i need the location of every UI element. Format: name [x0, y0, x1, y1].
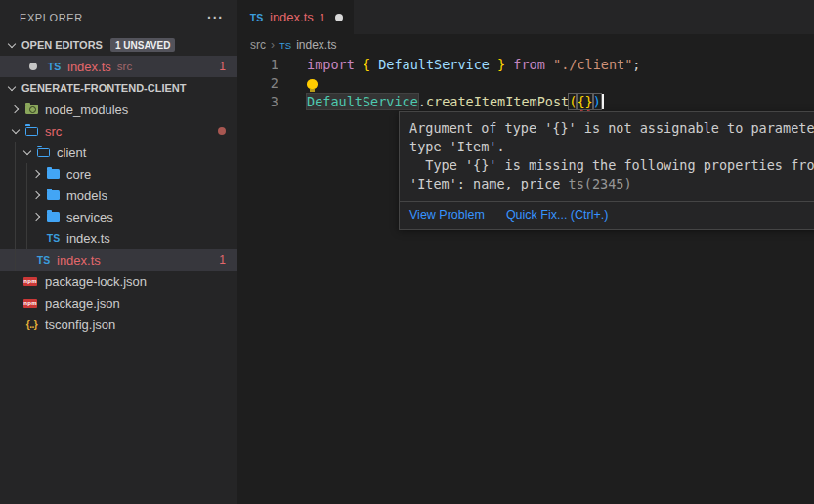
- token-paren-close: ): [593, 94, 601, 109]
- editor-tab-bar: TS index.ts 1: [237, 0, 814, 34]
- typescript-file-icon: TS: [46, 59, 63, 74]
- token-method-call: createItemItemPost: [426, 94, 569, 109]
- explorer-title: EXPLORER: [20, 12, 83, 23]
- error-message-line: Type '{}' is missing the following prope…: [409, 156, 814, 175]
- token-keyword-from: from: [505, 57, 553, 72]
- folder-icon: [45, 209, 62, 225]
- typescript-file-icon: TS: [45, 231, 62, 246]
- folder-icon: [45, 188, 62, 203]
- open-editor-filename: index.ts: [67, 60, 111, 74]
- tree-item-label: core: [66, 167, 91, 182]
- error-message-line: Argument of type '{}' is not assignable …: [409, 119, 814, 138]
- vscode-window: EXPLORER ··· OPEN EDITORS 1 UNSAVED TS i…: [0, 0, 814, 504]
- unsaved-dot-icon[interactable]: [335, 14, 343, 21]
- tree-item-label: services: [66, 210, 113, 225]
- view-problem-link[interactable]: View Problem: [409, 208, 485, 222]
- chevron-down-icon: [8, 123, 23, 139]
- lightbulb-code-action-icon[interactable]: [307, 79, 318, 89]
- chevron-right-icon: [8, 102, 23, 117]
- token-semicolon: ;: [632, 57, 640, 72]
- npm-icon-label: npm: [23, 277, 37, 286]
- token-brace-close: }: [490, 57, 505, 72]
- folder-icon: [45, 166, 62, 182]
- open-editors-section-header[interactable]: OPEN EDITORS 1 UNSAVED: [0, 34, 237, 56]
- error-message-line: 'Item': name, price ts(2345): [409, 175, 814, 193]
- breadcrumb-folder[interactable]: src: [250, 38, 266, 52]
- token-dot: .: [418, 94, 426, 109]
- tree-item-label: src: [45, 124, 62, 139]
- tree-item-src[interactable]: src: [0, 120, 237, 142]
- more-actions-icon[interactable]: ···: [207, 10, 224, 25]
- tooltip-actions: View Problem Quick Fix... (Ctrl+.): [400, 201, 814, 229]
- tree-item-core[interactable]: core: [0, 163, 237, 185]
- line-number: 1: [237, 56, 278, 74]
- npm-file-icon: npm: [23, 295, 40, 311]
- quick-fix-link[interactable]: Quick Fix... (Ctrl+.): [506, 208, 609, 222]
- typescript-file-icon: TS: [279, 40, 291, 51]
- code-text: import { DefaultService } from "./client…: [307, 56, 640, 74]
- token-brace-open: {: [363, 57, 378, 72]
- project-name-label: GENERATE-FRONTEND-CLIENT: [21, 82, 186, 94]
- unsaved-count-badge: 1 UNSAVED: [110, 38, 176, 52]
- modified-dot-icon: [218, 127, 226, 135]
- error-hover-tooltip: Argument of type '{}' is not assignable …: [399, 111, 814, 230]
- node-modules-folder-icon: [23, 102, 40, 117]
- tree-item-client[interactable]: client: [0, 142, 237, 163]
- tree-item-package-lock-json[interactable]: npm package-lock.json: [0, 271, 237, 292]
- tree-item-models[interactable]: models: [0, 185, 237, 206]
- chevron-right-icon: [29, 209, 45, 225]
- tree-item-label: package-lock.json: [45, 274, 147, 289]
- dirty-dot-icon: [29, 63, 37, 70]
- open-editor-path: src: [117, 61, 132, 72]
- error-count-badge: 1: [219, 253, 226, 267]
- explorer-sidebar: EXPLORER ··· OPEN EDITORS 1 UNSAVED TS i…: [0, 0, 237, 504]
- tab-index-ts[interactable]: TS index.ts 1: [237, 0, 354, 34]
- tree-item-client-index-ts[interactable]: TS index.ts: [0, 228, 237, 249]
- tree-item-src-index-ts[interactable]: TS index.ts 1: [0, 249, 237, 271]
- project-section-header[interactable]: GENERATE-FRONTEND-CLIENT: [0, 77, 237, 99]
- breadcrumb: src › TS index.ts: [237, 34, 814, 56]
- indent-spacer: [8, 295, 23, 311]
- explorer-header: EXPLORER ···: [0, 0, 237, 34]
- code-text: DefaultService.createItemItemPost({}): [307, 93, 604, 111]
- breadcrumb-separator-icon: ›: [271, 38, 275, 52]
- tree-item-label: index.ts: [66, 231, 110, 246]
- folder-open-icon: [23, 123, 40, 139]
- token-service-object: DefaultService: [307, 94, 418, 109]
- line-number: 3: [237, 93, 278, 111]
- code-line-2[interactable]: 2: [237, 74, 814, 93]
- tree-item-node-modules[interactable]: node_modules: [0, 99, 237, 120]
- indent-spacer: [29, 231, 45, 246]
- tree-item-label: package.json: [45, 296, 120, 311]
- indent-spacer: [8, 316, 23, 332]
- editor-area: TS index.ts 1 src › TS index.ts 1 import…: [237, 0, 814, 504]
- tree-item-package-json[interactable]: npm package.json: [0, 292, 237, 314]
- token-error-braces: {}: [577, 94, 592, 109]
- code-text: [307, 74, 318, 93]
- indent-spacer: [20, 252, 35, 268]
- tree-item-label: node_modules: [45, 103, 128, 117]
- open-editor-item-index-ts[interactable]: TS index.ts src 1: [0, 56, 237, 77]
- error-source-code: ts(2345): [569, 176, 632, 191]
- tree-item-label: index.ts: [57, 253, 101, 268]
- chevron-right-icon: [29, 188, 45, 203]
- npm-file-icon: npm: [23, 273, 40, 289]
- folder-open-icon: [35, 145, 52, 160]
- tree-item-services[interactable]: services: [0, 206, 237, 228]
- tree-item-tsconfig-json[interactable]: {..} tsconfig.json: [0, 314, 237, 335]
- token-keyword-import: import: [307, 57, 363, 72]
- code-editor: 1 import { DefaultService } from "./clie…: [237, 56, 814, 111]
- code-line-1[interactable]: 1 import { DefaultService } from "./clie…: [237, 56, 814, 74]
- chevron-down-icon: [4, 80, 20, 96]
- open-editors-label: OPEN EDITORS: [21, 39, 103, 51]
- tree-item-label: tsconfig.json: [45, 317, 115, 332]
- breadcrumb-file[interactable]: index.ts: [296, 38, 336, 52]
- token-import-binding: DefaultService: [378, 57, 490, 72]
- typescript-file-icon: TS: [248, 10, 265, 25]
- error-message-line: type 'Item'.: [409, 138, 814, 156]
- indent-guide: [26, 163, 27, 249]
- tree-item-label: client: [57, 146, 86, 160]
- code-line-3[interactable]: 3 DefaultService.createItemItemPost({}): [237, 93, 814, 111]
- json-config-file-icon: {..}: [23, 316, 40, 332]
- indent-guide: [15, 142, 16, 271]
